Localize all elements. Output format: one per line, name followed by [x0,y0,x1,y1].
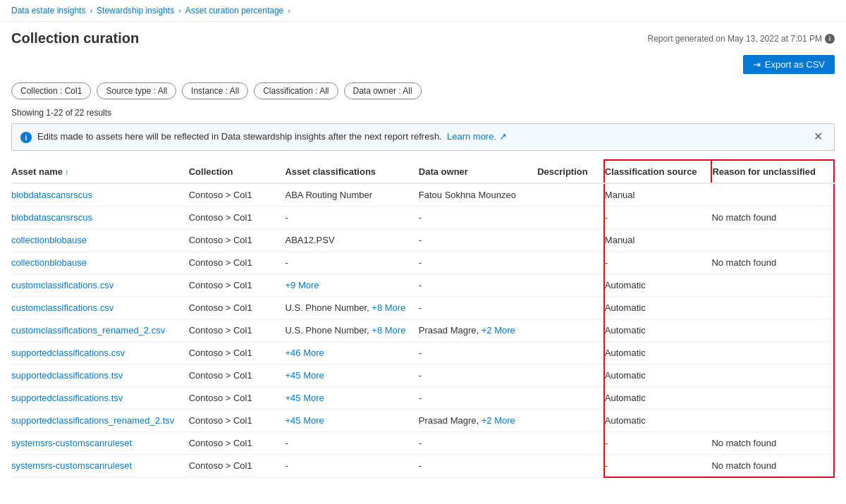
cell-asset-name: systemsrs-customscanruleset [11,432,189,455]
filter-pill[interactable]: Classification : All [254,82,338,99]
table-row: collectionblobauseContoso > Col1ABA12.PS… [11,229,834,252]
cell-asset-classifications: - [285,207,418,229]
breadcrumb-sep-1: › [90,6,92,15]
cell-data-owner: - [419,229,537,252]
cell-reason-unclassified [711,274,834,297]
cell-description [537,229,604,252]
asset-link[interactable]: collectionblobause [11,257,87,268]
cell-asset-classifications: - [285,432,418,455]
classifications-more-link[interactable]: +8 More [372,302,405,313]
cell-description [537,252,604,274]
breadcrumb-stewardship[interactable]: Stewardship insights [97,6,174,16]
cell-data-owner: - [419,455,537,478]
table-row: supportedclassifications.csvContoso > Co… [11,342,834,364]
cell-asset-name: systemsrs-customscanruleset [11,455,189,478]
cell-asset-name: customclassifications.csv [11,274,189,297]
cell-data-owner: Fatou Sokhna Mounzeo [419,183,537,207]
asset-link[interactable]: supportedclassifications_renamed_2.tsv [11,415,174,426]
info-banner-text: Edits made to assets here will be reflec… [37,131,507,142]
asset-link[interactable]: blobdatascansrscus [11,190,92,200]
table-row: systemsrs-customscanrulesetContoso > Col… [11,455,834,478]
classifications-more-link[interactable]: +8 More [372,325,405,336]
asset-link[interactable]: blobdatascansrscus [11,212,92,223]
cell-data-owner: - [419,207,537,229]
cell-classification-source: Automatic [604,319,712,342]
cell-description [537,342,604,364]
cell-asset-name: blobdatascansrscus [11,207,189,229]
asset-link[interactable]: supportedclassifications.tsv [11,370,123,381]
col-classification-source[interactable]: Classification source [604,160,712,183]
cell-data-owner: - [419,364,537,387]
cell-reason-unclassified: No match found [711,252,834,274]
asset-link[interactable]: systemsrs-customscanruleset [11,438,132,448]
owner-more-link[interactable]: +2 More [482,415,515,426]
asset-link[interactable]: customclassifications.csv [11,302,114,313]
classifications-more-link[interactable]: +9 More [285,280,319,290]
cell-collection: Contoso > Col1 [189,297,286,319]
cell-collection: Contoso > Col1 [189,229,286,252]
cell-classification-source: Automatic [604,387,712,410]
breadcrumb-asset-curation[interactable]: Asset curation percentage [185,6,283,16]
cell-classification-source: Automatic [604,274,712,297]
classifications-more-link[interactable]: +45 More [285,370,324,381]
col-asset-classifications[interactable]: Asset classifications [285,160,418,183]
cell-collection: Contoso > Col1 [189,364,286,387]
cell-classification-source: Manual [604,229,712,252]
col-asset-name[interactable]: Asset name [11,160,189,183]
info-banner-close[interactable]: ✕ [811,131,826,142]
cell-asset-classifications: U.S. Phone Number, +8 More [285,319,418,342]
asset-link[interactable]: supportedclassifications.csv [11,348,125,358]
cell-description [537,297,604,319]
breadcrumb: Data estate insights › Stewardship insig… [0,0,846,22]
col-collection[interactable]: Collection [189,160,286,183]
col-description[interactable]: Description [537,160,604,183]
cell-data-owner: Prasad Magre, +2 More [419,319,537,342]
col-data-owner[interactable]: Data owner [419,160,537,183]
cell-reason-unclassified: No match found [711,207,834,229]
cell-classification-source: Automatic [604,342,712,364]
cell-asset-classifications: ABA12.PSV [285,229,418,252]
cell-asset-name: supportedclassifications.tsv [11,387,189,410]
result-count: Showing 1-22 of 22 results [0,105,846,123]
owner-more-link[interactable]: +2 More [482,325,515,336]
asset-link[interactable]: collectionblobause [11,235,87,245]
filter-pill[interactable]: Data owner : All [344,82,422,99]
table-row: customclassifications_renamed_2.csvConto… [11,319,834,342]
col-reason-unclassified[interactable]: Reason for unclassified [711,160,834,183]
cell-description [537,387,604,410]
cell-collection: Contoso > Col1 [189,252,286,274]
cell-asset-name: blobdatascansrscus [11,183,189,207]
asset-link[interactable]: customclassifications.csv [11,280,114,290]
classifications-more-link[interactable]: +45 More [285,415,324,426]
filter-pill[interactable]: Source type : All [97,82,176,99]
asset-link[interactable]: customclassifications_renamed_2.csv [11,325,165,336]
export-csv-button[interactable]: ⇥ Export as CSV [743,55,835,74]
cell-asset-name: customclassifications_renamed_2.csv [11,319,189,342]
filter-pill[interactable]: Instance : All [182,82,248,99]
report-date: Report generated on May 13, 2022 at 7:01… [648,34,823,44]
cell-data-owner: - [419,274,537,297]
classifications-more-link[interactable]: +46 More [285,348,324,358]
cell-reason-unclassified [711,229,834,252]
cell-collection: Contoso > Col1 [189,342,286,364]
cell-asset-name: supportedclassifications_renamed_2.tsv [11,410,189,432]
cell-reason-unclassified [711,183,834,207]
filter-pill[interactable]: Collection : Col1 [11,82,91,99]
data-table-wrapper: Asset name Collection Asset classificati… [0,159,846,478]
info-banner: i Edits made to assets here will be refl… [11,123,835,151]
report-info-icon[interactable]: i [825,34,835,44]
asset-link[interactable]: supportedclassifications.tsv [11,393,123,403]
table-row: collectionblobauseContoso > Col1---No ma… [11,252,834,274]
table-header-row: Asset name Collection Asset classificati… [11,160,834,183]
breadcrumb-data-estate[interactable]: Data estate insights [11,6,85,16]
cell-classification-source: - [604,432,712,455]
classifications-more-link[interactable]: +45 More [285,393,324,403]
cell-asset-name: collectionblobause [11,252,189,274]
page-header: Collection curation Report generated on … [0,22,846,52]
report-info: Report generated on May 13, 2022 at 7:01… [648,34,835,44]
learn-more-link[interactable]: Learn more. ↗ [447,131,507,142]
asset-link[interactable]: systemsrs-customscanruleset [11,460,132,471]
cell-description [537,410,604,432]
cell-asset-classifications: +9 More [285,274,418,297]
cell-asset-classifications: ABA Routing Number [285,183,418,207]
